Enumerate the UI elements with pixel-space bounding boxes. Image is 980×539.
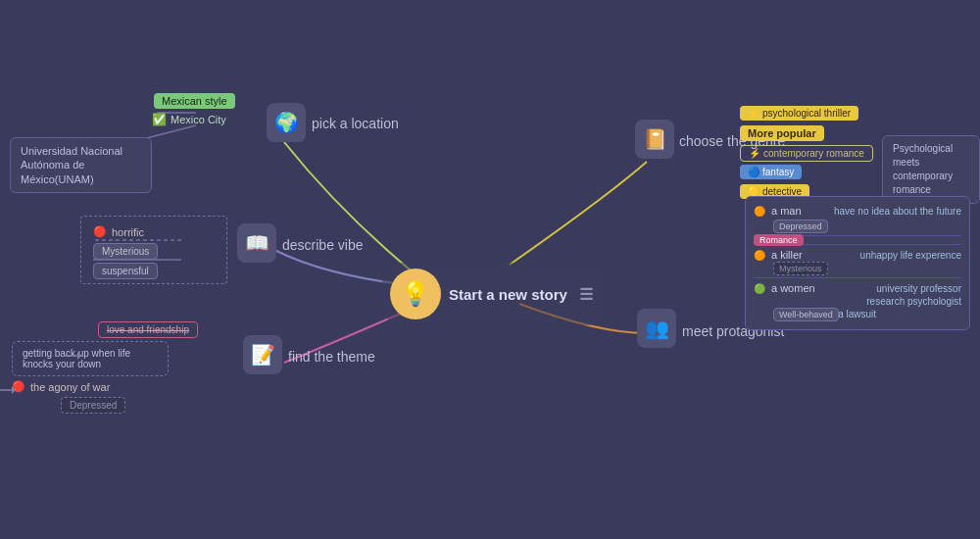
killer-label: a killer: [771, 249, 803, 261]
svg-marker-5: [77, 352, 81, 360]
center-label: Start a new story: [449, 286, 567, 303]
women-wellbehaved-tag[interactable]: Well-behaved: [773, 308, 839, 321]
center-icon: 💡: [390, 269, 441, 319]
location-label: pick a location: [312, 116, 399, 131]
tag-agony-container: 🔴 the agony of war: [12, 380, 110, 393]
killer-trait1: unhappy life experence: [860, 250, 961, 261]
tag-contemporary-romance[interactable]: ⚡contemporary romance: [740, 145, 873, 162]
killer-dot: 🟠: [754, 250, 765, 261]
tag-fantasy[interactable]: 🔵fantasy: [740, 165, 802, 179]
man-dot: 🟠: [754, 206, 765, 217]
vibe-icon-box: 📖: [237, 223, 276, 263]
women-label: a women: [771, 282, 815, 294]
women-trait2: research psychologist: [866, 296, 961, 307]
unam-box: Universidad Nacional Autónoma de México(…: [10, 137, 152, 193]
tag-more-popular[interactable]: More popular: [740, 125, 824, 141]
svg-marker-7: [12, 386, 16, 394]
women-mood-row: Well-behaved ability to settle a lawsuit: [754, 309, 961, 319]
check-icon: ✅: [152, 113, 167, 126]
man-row: 🟠 a man have no idea about the future: [754, 205, 961, 217]
vibe-dashed-border: [80, 216, 227, 284]
women-dot: 🟢: [754, 283, 765, 294]
tag-mexican-style[interactable]: Mexican style: [154, 93, 235, 109]
tag-getting-back-up: getting back up when life knocks your do…: [12, 341, 169, 376]
center-menu-icon[interactable]: ☰: [579, 285, 593, 304]
agony-label: the agony of war: [30, 381, 110, 393]
mexico-city-label: Mexico City: [171, 114, 226, 125]
women-trait2-row: research psychologist: [754, 296, 961, 307]
theme-icon-box: 📝: [243, 335, 282, 374]
location-icon-box: 🌍: [267, 103, 306, 142]
genre-note-box: Psychological meets contemporary romance: [882, 135, 980, 204]
man-depressed-tag[interactable]: Depressed: [773, 220, 828, 233]
man-label: a man: [771, 205, 802, 217]
arrow-agony-icon: [0, 384, 20, 396]
tag-mexico-city-container: ✅ Mexico City: [152, 113, 226, 126]
women-trait1: university professor: [876, 283, 961, 294]
man-mood-row: Depressed lonely: [754, 220, 961, 231]
tag-depressed[interactable]: Depressed: [61, 397, 125, 414]
tag-psychological-thriller[interactable]: ⚡psychological thriller: [740, 106, 858, 121]
women-row: 🟢 a women university professor: [754, 282, 961, 294]
genre-icon-box: 📔: [635, 120, 674, 159]
center-node: 💡 Start a new story ☰: [382, 263, 607, 325]
romance-tag[interactable]: Romance: [754, 234, 804, 246]
man-trait1: have no idea about the future: [834, 206, 961, 217]
tag-love-friendship[interactable]: love and friendship: [98, 321, 198, 338]
killer-mood-row: Mysterious inexorability: [754, 263, 961, 273]
vibe-label: describe vibe: [282, 237, 364, 253]
killer-mysterious-tag[interactable]: Mysterious: [773, 262, 828, 275]
killer-row: 🟠 a killer unhappy life experence: [754, 249, 961, 261]
protagonist-icon-box: 👥: [637, 309, 676, 348]
arrow-icon: [64, 348, 83, 368]
theme-label: find the theme: [288, 349, 375, 365]
protagonist-box: 🟠 a man have no idea about the future De…: [745, 196, 970, 330]
divider3: [754, 277, 961, 278]
